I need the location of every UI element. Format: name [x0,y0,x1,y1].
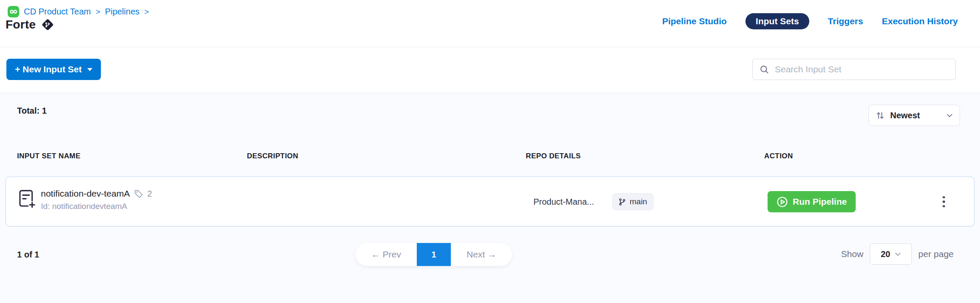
tab-triggers[interactable]: Triggers [828,16,863,26]
page-size-group: Show 20 per page [841,243,954,265]
row-menu-button[interactable] [934,192,954,212]
branch-badge: main [612,193,653,210]
input-set-name: notification-dev-teamA [41,189,130,199]
git-branch-icon [619,198,626,206]
run-pipeline-label: Run Pipeline [793,197,847,207]
total-count: Total: 1 [17,106,47,116]
chevron-down-icon [946,114,953,117]
next-page-button[interactable]: Next → [451,243,512,266]
breadcrumb-separator: > [144,7,149,17]
column-header-input-set-name: INPUT SET NAME [17,152,80,160]
show-label: Show [841,249,864,259]
new-input-set-label: + New Input Set [15,64,82,74]
input-sets-list: Total: 1 Newest INPUT SET NAME DESCRIPTI… [0,93,980,303]
search-icon [759,65,769,74]
breadcrumb: CD Product Team > Pipelines > [8,6,149,17]
tag-count: 2 [147,189,152,199]
run-pipeline-button[interactable]: Run Pipeline [768,191,856,212]
page-title: Forte [6,18,36,31]
input-set-id: Id: notificationdevteamA [41,202,152,211]
repo-name: Product-Mana... [533,197,594,207]
breadcrumb-separator: > [95,7,100,17]
tab-pipeline-studio[interactable]: Pipeline Studio [662,16,727,26]
tab-execution-history[interactable]: Execution History [882,16,958,26]
column-header-description: DESCRIPTION [247,152,298,160]
search-box [752,59,956,80]
sort-dropdown[interactable]: Newest [868,105,960,126]
sort-order-icon [876,111,885,120]
prev-page-button[interactable]: ← Prev [355,243,417,266]
git-remote-pipeline-icon [42,19,54,31]
input-set-icon [19,189,36,211]
breadcrumb-link-pipelines[interactable]: Pipelines [105,7,140,17]
page-size-value: 20 [881,249,890,259]
kebab-dot [943,200,945,203]
branch-name: main [630,197,647,206]
play-circle-icon [777,196,788,208]
kebab-dot [943,196,945,199]
cd-module-icon [8,6,19,17]
column-header-repo-details: REPO DETAILS [526,152,581,160]
kebab-dot [943,205,945,208]
caret-down-icon [87,68,92,71]
per-page-label: per page [918,249,954,259]
input-sets-page: CD Product Team > Pipelines > Forte Pipe… [0,0,980,303]
current-page-button[interactable]: 1 [417,243,451,266]
page-range-label: 1 of 1 [17,250,39,260]
search-input[interactable] [775,64,948,74]
pipeline-tabs: Pipeline Studio Input Sets Triggers Exec… [662,13,958,30]
new-input-set-button[interactable]: + New Input Set [6,59,101,80]
title-row: Forte [6,18,52,31]
table-row[interactable]: notification-dev-teamA 2 Id: notificatio… [6,177,974,226]
toolbar: + New Input Set [0,47,980,93]
chevron-down-icon [895,252,901,256]
input-set-name-block: notification-dev-teamA 2 Id: notificatio… [41,189,152,211]
pager: ← Prev 1 Next → [355,243,512,266]
page-size-select[interactable]: 20 [870,243,912,265]
tag-icon [134,189,143,198]
sort-selected-label: Newest [890,111,941,120]
breadcrumb-link-project[interactable]: CD Product Team [24,7,91,17]
tab-input-sets[interactable]: Input Sets [745,13,809,29]
column-header-action: ACTION [764,152,793,160]
page-header: CD Product Team > Pipelines > Forte Pipe… [0,0,980,47]
